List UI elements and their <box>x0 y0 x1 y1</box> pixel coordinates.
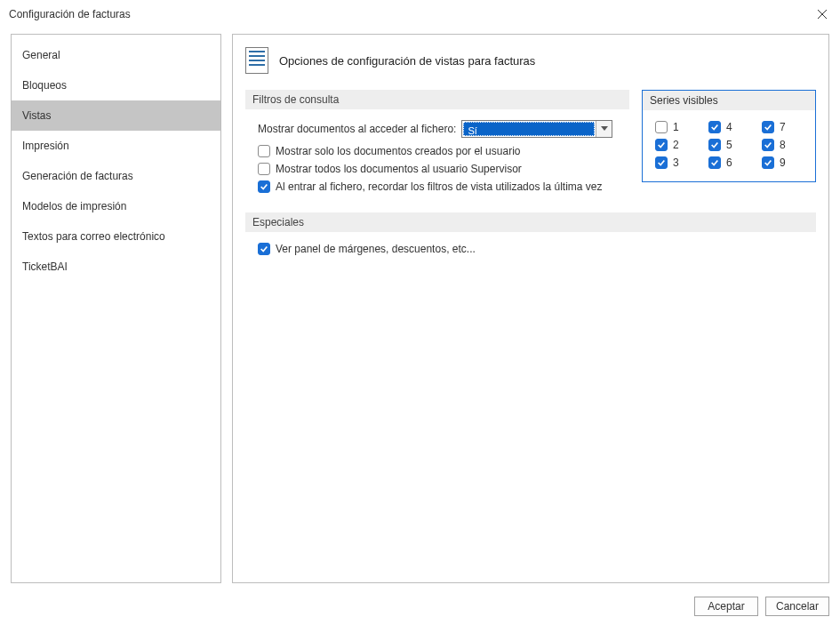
chevron-down-icon[interactable] <box>596 121 612 137</box>
series-grid: 1 4 7 2 5 <box>643 110 815 181</box>
main-panel: Opciones de configuración de vistas para… <box>232 34 829 583</box>
series-1-checkbox[interactable] <box>655 121 668 133</box>
series-8-label: 8 <box>780 139 786 151</box>
series-6-checkbox[interactable] <box>708 156 721 169</box>
sidebar-item-impresion[interactable]: Impresión <box>12 131 220 161</box>
series-7-checkbox[interactable] <box>762 121 774 133</box>
series-1[interactable]: 1 <box>655 121 696 133</box>
sidebar-item-bloqueos[interactable]: Bloqueos <box>12 70 220 100</box>
page-title: Opciones de configuración de vistas para… <box>279 54 535 68</box>
window-title: Configuración de facturas <box>9 8 131 20</box>
close-button[interactable] <box>804 1 840 28</box>
form-area: Filtros de consulta Mostrar documentos a… <box>245 90 816 255</box>
series-3[interactable]: 3 <box>655 156 696 169</box>
footer: Aceptar Cancelar <box>694 597 829 616</box>
sidebar-item-ticketbai[interactable]: TicketBAI <box>12 252 220 282</box>
show-docs-row: Mostrar documentos al acceder al fichero… <box>258 120 629 138</box>
series-4-label: 4 <box>726 121 732 133</box>
series-5-checkbox[interactable] <box>708 139 721 151</box>
sidebar-item-vistas[interactable]: Vistas <box>12 100 220 131</box>
sidebar-item-general[interactable]: General <box>12 40 220 70</box>
section-filters-title: Filtros de consulta <box>245 90 629 109</box>
specials-block: Especiales Ver panel de márgenes, descue… <box>245 212 816 255</box>
all-docs-supervisor-checkbox[interactable] <box>258 163 270 175</box>
margins-panel-label: Ver panel de márgenes, descuentos, etc..… <box>276 243 476 255</box>
series-8[interactable]: 8 <box>762 139 803 151</box>
series-8-checkbox[interactable] <box>762 139 774 151</box>
show-docs-value: Sí <box>463 122 595 136</box>
section-specials-title: Especiales <box>245 212 816 232</box>
only-own-docs-label: Mostrar solo los documentos creados por … <box>276 145 520 157</box>
all-docs-supervisor-row[interactable]: Mostrar todos los documentos al usuario … <box>258 163 629 175</box>
sidebar-item-textos-correo[interactable]: Textos para correo electrónico <box>12 221 220 252</box>
series-title: Series visibles <box>643 91 815 110</box>
series-2[interactable]: 2 <box>655 139 696 151</box>
document-icon <box>245 47 268 74</box>
all-docs-supervisor-label: Mostrar todos los documentos al usuario … <box>276 163 522 175</box>
show-docs-label: Mostrar documentos al acceder al fichero… <box>258 123 456 135</box>
sidebar: General Bloqueos Vistas Impresión Genera… <box>11 34 221 583</box>
only-own-docs-checkbox[interactable] <box>258 145 270 157</box>
series-1-label: 1 <box>673 121 679 133</box>
series-4-checkbox[interactable] <box>708 121 721 133</box>
series-2-label: 2 <box>673 139 679 151</box>
series-7-label: 7 <box>780 121 786 133</box>
series-6-label: 6 <box>726 156 732 169</box>
main-header: Opciones de configuración de vistas para… <box>245 47 816 74</box>
margins-panel-row[interactable]: Ver panel de márgenes, descuentos, etc..… <box>258 243 816 255</box>
series-box: Series visibles 1 4 7 <box>642 90 816 182</box>
dialog-body: General Bloqueos Vistas Impresión Genera… <box>0 28 840 583</box>
remember-filters-label: Al entrar al fichero, recordar los filtr… <box>276 180 602 193</box>
svg-marker-2 <box>601 126 608 131</box>
series-7[interactable]: 7 <box>762 121 803 133</box>
accept-button[interactable]: Aceptar <box>694 597 758 616</box>
series-9[interactable]: 9 <box>762 156 803 169</box>
sidebar-item-modelos[interactable]: Modelos de impresión <box>12 191 220 221</box>
series-5-label: 5 <box>726 139 732 151</box>
titlebar: Configuración de facturas <box>0 0 840 28</box>
series-5[interactable]: 5 <box>708 139 749 151</box>
remember-filters-row[interactable]: Al entrar al fichero, recordar los filtr… <box>258 180 629 193</box>
sidebar-item-generacion[interactable]: Generación de facturas <box>12 161 220 191</box>
only-own-docs-row[interactable]: Mostrar solo los documentos creados por … <box>258 145 629 157</box>
margins-panel-checkbox[interactable] <box>258 243 270 255</box>
cancel-button[interactable]: Cancelar <box>765 597 829 616</box>
series-2-checkbox[interactable] <box>655 139 668 151</box>
show-docs-combo[interactable]: Sí <box>461 120 612 138</box>
series-9-label: 9 <box>780 156 786 169</box>
series-6[interactable]: 6 <box>708 156 749 169</box>
series-9-checkbox[interactable] <box>762 156 774 169</box>
series-4[interactable]: 4 <box>708 121 749 133</box>
series-3-checkbox[interactable] <box>655 156 668 169</box>
series-3-label: 3 <box>673 156 679 169</box>
remember-filters-checkbox[interactable] <box>258 180 270 193</box>
